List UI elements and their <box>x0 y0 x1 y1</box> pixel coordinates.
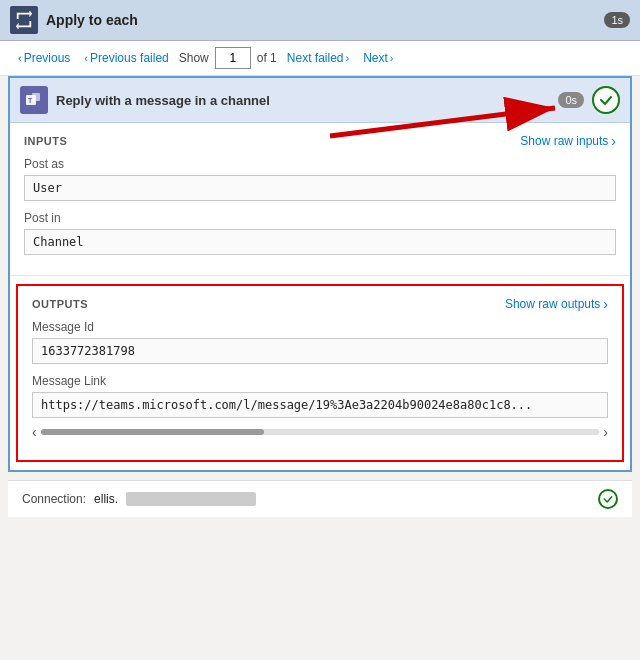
connection-bar: Connection: ellis. <box>8 480 632 517</box>
of-label: of 1 <box>257 51 277 65</box>
chevron-right-icon: › <box>346 52 350 64</box>
next-failed-button[interactable]: Next failed › <box>283 49 353 67</box>
message-link-value: https://teams.microsoft.com/l/message/19… <box>32 392 608 418</box>
svg-rect-3 <box>32 93 40 101</box>
post-in-value: Channel <box>24 229 616 255</box>
chevron-right-2-icon: › <box>390 52 394 64</box>
apply-to-each-header: Apply to each 1s <box>0 0 640 41</box>
action-header-left: T Reply with a message in a channel <box>20 86 270 114</box>
inputs-section: INPUTS Show raw inputs › Post as User Po… <box>10 123 630 276</box>
connection-label: Connection: <box>22 492 86 506</box>
post-as-value: User <box>24 175 616 201</box>
teams-icon: T <box>20 86 48 114</box>
show-raw-outputs-label: Show raw outputs <box>505 297 600 311</box>
post-as-label: Post as <box>24 157 616 171</box>
apply-title: Apply to each <box>46 12 138 28</box>
scroll-right-icon[interactable]: › <box>603 424 608 440</box>
previous-failed-label: Previous failed <box>90 51 169 65</box>
outer-container: Apply to each 1s ‹ Previous ‹ Previous f… <box>0 0 640 517</box>
message-id-group: Message Id 1633772381798 <box>32 320 608 364</box>
loop-icon <box>10 6 38 34</box>
previous-label: Previous <box>24 51 71 65</box>
scroll-left-icon[interactable]: ‹ <box>32 424 37 440</box>
chevron-left-2-icon: ‹ <box>84 52 88 64</box>
inputs-section-header: INPUTS Show raw inputs › <box>24 133 616 149</box>
apply-badge: 1s <box>604 12 630 28</box>
connection-blurred-value <box>126 492 256 506</box>
next-failed-label: Next failed <box>287 51 344 65</box>
message-link-group: Message Link https://teams.microsoft.com… <box>32 374 608 440</box>
next-button[interactable]: Next › <box>359 49 397 67</box>
show-raw-inputs-label: Show raw inputs <box>520 134 608 148</box>
message-link-label: Message Link <box>32 374 608 388</box>
outputs-title: OUTPUTS <box>32 298 88 310</box>
inputs-title: INPUTS <box>24 135 67 147</box>
post-as-group: Post as User <box>24 157 616 201</box>
scroll-bar: ‹ › <box>32 424 608 440</box>
show-raw-outputs-link[interactable]: Show raw outputs › <box>505 296 608 312</box>
scroll-track[interactable] <box>41 429 600 435</box>
post-in-label: Post in <box>24 211 616 225</box>
chevron-right-4-icon: › <box>603 296 608 312</box>
chevron-left-icon: ‹ <box>18 52 22 64</box>
scroll-thumb <box>41 429 264 435</box>
connection-success-icon <box>598 489 618 509</box>
svg-text:T: T <box>28 97 33 104</box>
apply-header-left: Apply to each <box>10 6 138 34</box>
outputs-section: OUTPUTS Show raw outputs › Message Id 16… <box>16 284 624 462</box>
connection-name: ellis. <box>94 492 118 506</box>
message-id-label: Message Id <box>32 320 608 334</box>
action-title: Reply with a message in a channel <box>56 93 270 108</box>
main-card: T Reply with a message in a channel 0s I… <box>8 76 632 472</box>
previous-failed-button[interactable]: ‹ Previous failed <box>80 49 172 67</box>
duration-badge: 0s <box>558 92 584 108</box>
show-label: Show <box>179 51 209 65</box>
chevron-right-3-icon: › <box>611 133 616 149</box>
outputs-section-header: OUTPUTS Show raw outputs › <box>32 296 608 312</box>
message-id-value: 1633772381798 <box>32 338 608 364</box>
next-label: Next <box>363 51 388 65</box>
previous-button[interactable]: ‹ Previous <box>14 49 74 67</box>
post-in-group: Post in Channel <box>24 211 616 255</box>
show-raw-inputs-link[interactable]: Show raw inputs › <box>520 133 616 149</box>
action-header: T Reply with a message in a channel 0s <box>10 78 630 123</box>
show-input[interactable] <box>215 47 251 69</box>
success-status-circle <box>592 86 620 114</box>
pagination-bar: ‹ Previous ‹ Previous failed Show of 1 N… <box>0 41 640 76</box>
